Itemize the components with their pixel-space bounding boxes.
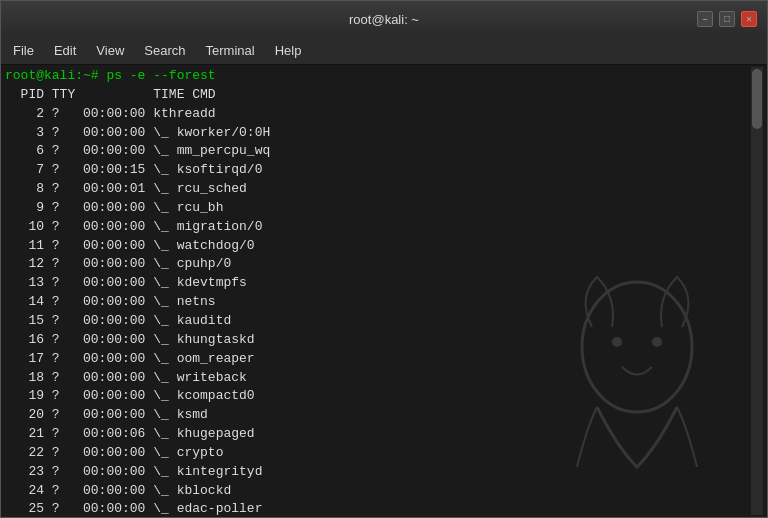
menu-terminal[interactable]: Terminal (198, 41, 263, 60)
menu-search[interactable]: Search (136, 41, 193, 60)
menu-view[interactable]: View (88, 41, 132, 60)
menu-help[interactable]: Help (267, 41, 310, 60)
close-button[interactable]: ✕ (741, 11, 757, 27)
menu-edit[interactable]: Edit (46, 41, 84, 60)
maximize-button[interactable]: □ (719, 11, 735, 27)
scrollbar[interactable] (751, 67, 763, 515)
terminal-window: root@kali: ~ – □ ✕ File Edit View Search… (0, 0, 768, 518)
title-bar: root@kali: ~ – □ ✕ (1, 1, 767, 37)
menu-file[interactable]: File (5, 41, 42, 60)
terminal-body[interactable]: root@kali:~# ps -e --forest PID TTY TIME… (1, 65, 767, 517)
scrollbar-thumb[interactable] (752, 69, 762, 129)
window-controls: – □ ✕ (697, 11, 757, 27)
menu-bar: File Edit View Search Terminal Help (1, 37, 767, 65)
terminal-content[interactable]: root@kali:~# ps -e --forest PID TTY TIME… (5, 67, 751, 515)
window-title: root@kali: ~ (349, 12, 419, 27)
minimize-button[interactable]: – (697, 11, 713, 27)
